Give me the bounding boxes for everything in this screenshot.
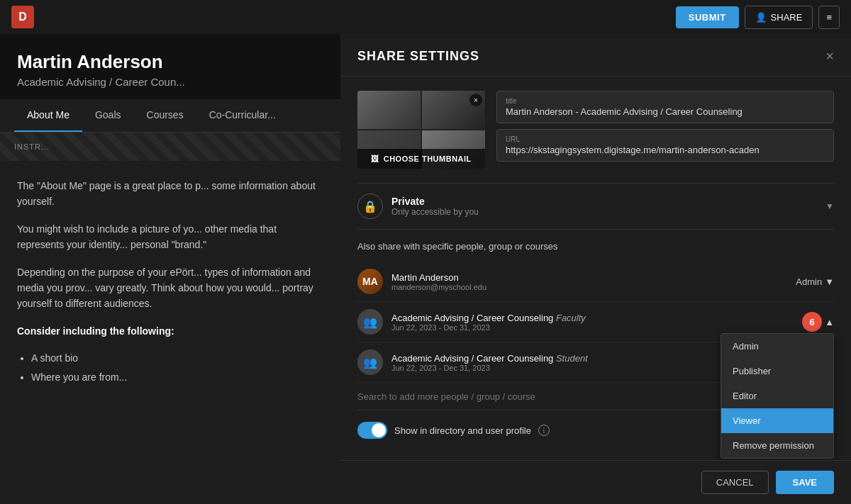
portfolio-banner: INSTR...: [0, 133, 340, 161]
content-heading: Consider including the following:: [17, 323, 323, 339]
portfolio-tabs: About Me Goals Courses Co-Curricular...: [0, 99, 340, 133]
share-button[interactable]: 👤 SHARE: [745, 6, 813, 29]
toggle-knob: [372, 423, 386, 437]
share-header: SHARE SETTINGS ×: [340, 34, 851, 77]
portfolio-header: Martin Anderson Academic Advising / Care…: [0, 34, 340, 99]
also-share-label: Also share with specific people, group o…: [357, 241, 834, 252]
avatar-group-student: 👥: [357, 349, 383, 375]
person-name-faculty: Academic Advising / Career Counseling Fa…: [391, 313, 794, 323]
person-dates-faculty: Jun 22, 2023 - Dec 31, 2023: [391, 323, 794, 332]
share-settings-title: SHARE SETTINGS: [357, 49, 479, 64]
share-person-faculty: 👥 Academic Advising / Career Counseling …: [357, 302, 834, 342]
tab-co-curriculars[interactable]: Co-Curricular...: [196, 99, 289, 132]
group-icon: 👥: [363, 356, 377, 369]
save-button[interactable]: SAVE: [776, 471, 834, 494]
person-info-martin: Martin Anderson manderson@myschool.edu: [391, 272, 787, 291]
role-label-martin: Admin: [796, 276, 822, 287]
person-info-faculty: Academic Advising / Career Counseling Fa…: [391, 313, 794, 332]
privacy-name: Private: [391, 196, 817, 207]
person-icon: 👤: [755, 12, 767, 23]
thumbnail-row: 🖼 CHOOSE THUMBNAIL × title Martin Anders…: [357, 91, 834, 169]
title-label: title: [506, 97, 825, 105]
tab-about-me[interactable]: About Me: [14, 99, 82, 132]
tab-goals[interactable]: Goals: [82, 99, 134, 132]
share-settings-modal: SHARE SETTINGS × 🖼 CHOOSE THUMBNAIL ×: [340, 34, 851, 504]
dropdown-item-editor[interactable]: Editor: [721, 383, 833, 408]
portfolio-panel: Martin Anderson Academic Advising / Care…: [0, 34, 340, 504]
person-name-martin: Martin Anderson: [391, 272, 787, 283]
app-logo: D: [11, 6, 34, 28]
collage-cell: [357, 91, 421, 129]
submit-button[interactable]: SUBMIT: [676, 6, 739, 28]
choose-thumbnail-button[interactable]: 🖼 CHOOSE THUMBNAIL: [357, 149, 485, 169]
role-admin[interactable]: Admin ▼: [796, 276, 834, 287]
content-para-2: You might wish to include a picture of y…: [17, 221, 323, 253]
toggle-label: Show in directory and user profile: [394, 425, 531, 436]
portfolio-subtitle: Academic Advising / Career Coun...: [17, 76, 323, 88]
content-para-1: The "About Me" page is a great place to …: [17, 178, 323, 210]
title-field: title Martin Anderson - Academic Advisin…: [496, 91, 834, 123]
title-value[interactable]: Martin Anderson - Academic Advising / Ca…: [506, 106, 825, 117]
dropdown-item-publisher[interactable]: Publisher: [721, 359, 833, 383]
content-list: A short bio Where you are from...: [31, 350, 323, 385]
image-icon: 🖼: [371, 155, 379, 163]
cancel-button[interactable]: CANCEL: [701, 471, 769, 494]
tab-courses[interactable]: Courses: [134, 99, 196, 132]
list-item: Where you are from...: [31, 369, 323, 385]
role-number-6: 6: [802, 312, 822, 332]
thumbnail-box: 🖼 CHOOSE THUMBNAIL ×: [357, 91, 485, 169]
url-value[interactable]: https://skstagingsystem.digistage.me/mar…: [506, 145, 825, 155]
portfolio-name: Martin Anderson: [17, 51, 323, 73]
role-dropdown-menu: Admin Publisher Editor Viewer Remove per…: [721, 333, 834, 459]
group-icon: 👥: [363, 315, 377, 329]
role-badge-faculty[interactable]: 6 ▲: [802, 312, 834, 332]
url-field: URL https://skstagingsystem.digistage.me…: [496, 129, 834, 162]
list-item: A short bio: [31, 350, 323, 366]
close-button[interactable]: ×: [825, 48, 834, 65]
share-body: 🖼 CHOOSE THUMBNAIL × title Martin Anders…: [340, 77, 851, 460]
privacy-description: Only accessible by you: [391, 207, 817, 217]
chevron-down-icon: ▼: [825, 276, 834, 287]
lock-icon: 🔒: [357, 194, 383, 219]
portfolio-content: The "About Me" page is a great place to …: [0, 161, 340, 405]
thumbnail-close-button[interactable]: ×: [469, 94, 482, 106]
person-email-martin: manderson@myschool.edu: [391, 283, 787, 291]
share-person-martin: MA Martin Anderson manderson@myschool.ed…: [357, 262, 834, 302]
url-label: URL: [506, 135, 825, 143]
avatar-group-faculty: 👥: [357, 309, 383, 335]
privacy-info: Private Only accessible by you: [391, 196, 817, 217]
share-footer: CANCEL SAVE: [340, 460, 851, 504]
chevron-down-icon: ▼: [825, 201, 834, 211]
content-para-3: Depending on the purpose of your ePört..…: [17, 264, 323, 312]
chevron-up-icon: ▲: [825, 317, 834, 327]
info-icon[interactable]: i: [538, 425, 550, 436]
topbar: D SUBMIT 👤 SHARE ≡: [0, 0, 851, 34]
dropdown-item-remove[interactable]: Remove permission: [721, 433, 833, 458]
menu-button[interactable]: ≡: [818, 6, 840, 29]
meta-fields: title Martin Anderson - Academic Advisin…: [496, 91, 834, 169]
toggle-switch[interactable]: [357, 422, 387, 439]
avatar-martin: MA: [357, 269, 383, 294]
privacy-row[interactable]: 🔒 Private Only accessible by you ▼: [357, 183, 834, 230]
dropdown-item-viewer[interactable]: Viewer: [721, 408, 833, 433]
dropdown-item-admin[interactable]: Admin: [721, 334, 833, 359]
